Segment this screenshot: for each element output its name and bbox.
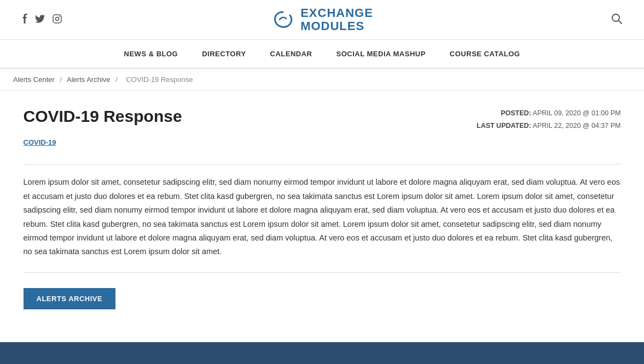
nav-item-news-blog[interactable]: NEWS & BLOG [112,40,190,68]
alerts-archive-button[interactable]: ALERTS ARCHIVE [24,288,116,309]
main-nav: NEWS & BLOG DIRECTORY CALENDAR SOCIAL ME… [0,40,644,69]
instagram-icon[interactable] [53,14,62,26]
breadcrumb-separator-2: / [115,75,118,84]
facebook-icon[interactable] [22,14,27,26]
main-content: COVID-19 Response POSTED: APRIL 09, 2020… [10,91,634,331]
nav-item-course-catalog[interactable]: COURSE CATALOG [438,40,532,68]
nav-item-social-media-mashup[interactable]: SOCIAL MEDIA MASHUP [324,40,438,68]
breadcrumb-alerts-center[interactable]: Alerts Center [13,75,55,84]
twitter-icon[interactable] [35,15,45,25]
divider-bottom [24,272,621,273]
breadcrumb: Alerts Center / Alerts Archive / COVID-1… [0,69,644,91]
svg-point-1 [56,17,59,20]
article-header: COVID-19 Response POSTED: APRIL 09, 2020… [24,107,621,132]
nav-item-directory[interactable]: DIRECTORY [190,40,258,68]
logo-text-line2: MODULES [300,20,373,33]
site-logo[interactable]: EXCHANGE MODULES [271,7,373,33]
nav-item-calendar[interactable]: CALENDAR [258,40,324,68]
article-tag[interactable]: COVID-19 [24,138,56,146]
updated-date: LAST UPDATED: APRIL 22, 2020 @ 04:37 PM [477,120,621,132]
updated-date-value: APRIL 22, 2020 @ 04:37 PM [533,122,621,130]
search-icon[interactable] [611,13,622,27]
breadcrumb-current: COVID-19 Response [126,75,193,84]
posted-label: POSTED: [501,109,531,117]
posted-date-value: APRIL 09, 2020 @ 01:00 PM [533,109,621,117]
updated-label: LAST UPDATED: [477,122,531,130]
breadcrumb-separator-1: / [60,75,62,84]
svg-point-2 [59,16,60,17]
site-header: EXCHANGE MODULES [0,0,644,40]
article-meta: POSTED: APRIL 09, 2020 @ 01:00 PM LAST U… [477,107,621,132]
social-links [22,14,62,26]
logo-icon [271,8,295,32]
site-footer [0,342,644,364]
svg-rect-0 [53,15,61,23]
logo-text-line1: EXCHANGE [300,7,373,20]
article-body: Lorem ipsum dolor sit amet, consetetur s… [24,175,621,259]
breadcrumb-alerts-archive[interactable]: Alerts Archive [67,75,110,84]
article-title: COVID-19 Response [24,107,182,126]
svg-line-4 [619,20,622,24]
posted-date: POSTED: APRIL 09, 2020 @ 01:00 PM [477,107,621,120]
divider-top [24,164,621,165]
